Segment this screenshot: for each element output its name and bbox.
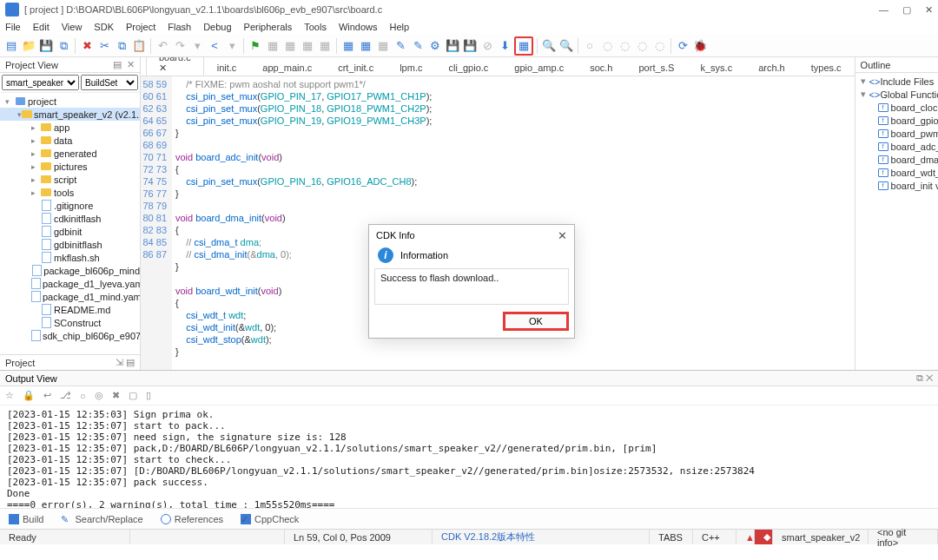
back-icon[interactable]: < <box>207 38 222 54</box>
tree-node[interactable]: gdbinit <box>0 225 140 238</box>
project-tab[interactable]: Project⇲ ▤ <box>0 354 140 370</box>
d5-icon[interactable]: ◌ <box>651 38 667 54</box>
tab-soc-h[interactable]: soc.h <box>577 59 625 76</box>
rebuild-icon[interactable]: ▦ <box>358 38 373 54</box>
save2-icon[interactable]: 💾 <box>445 38 460 54</box>
menu-sdk[interactable]: SDK <box>94 22 114 32</box>
close-file-icon[interactable]: ✖ <box>79 38 95 54</box>
dim-icon[interactable]: ⊘ <box>479 38 495 54</box>
outline-item[interactable]: fboard_pwm_init voi <box>855 127 938 140</box>
b4-icon[interactable]: ▦ <box>317 38 333 54</box>
tab-init-c[interactable]: init.c <box>204 59 250 76</box>
ok-button[interactable]: OK <box>503 312 569 331</box>
tab-port_s-S[interactable]: port_s.S <box>625 59 687 76</box>
b1-icon[interactable]: ▦ <box>265 38 281 54</box>
d3-icon[interactable]: ◌ <box>617 38 632 54</box>
o1-icon[interactable]: ○ <box>80 391 86 401</box>
dl-icon[interactable]: ⬇ <box>497 38 512 54</box>
paste-icon[interactable]: 📋 <box>131 38 147 54</box>
outline-item[interactable]: fboard_gpio_init void <box>855 114 938 127</box>
zoom-out-icon[interactable]: 🔍 <box>558 38 574 54</box>
copy-icon[interactable]: ⧉ <box>114 38 129 54</box>
fwd-icon[interactable]: ▾ <box>224 38 240 54</box>
tree-node[interactable]: mkflash.sh <box>0 251 140 264</box>
tool2-icon[interactable]: ✎ <box>410 38 426 54</box>
tab-app_main-c[interactable]: app_main.c <box>249 59 325 76</box>
build-icon[interactable]: ▦ <box>340 38 356 54</box>
wrap-icon[interactable]: ↩ <box>43 390 51 401</box>
menu-peripherals[interactable]: Peripherals <box>244 22 293 32</box>
undo-icon[interactable]: ↶ <box>155 38 170 54</box>
branch-icon[interactable]: ⎇ <box>60 390 71 401</box>
sq-icon[interactable]: ▢ <box>129 390 137 401</box>
tab-search[interactable]: ✎Search/Replace <box>61 514 142 524</box>
outline-group[interactable]: ▾<> Include Files <box>855 75 938 88</box>
out-pop-icon[interactable]: ⧉ ✕ <box>916 372 933 384</box>
tool1-icon[interactable]: ✎ <box>393 38 408 54</box>
outline-item[interactable]: fboard_init void (voi <box>855 179 938 192</box>
o2-icon[interactable]: ◎ <box>95 390 103 401</box>
save3-icon[interactable]: 💾 <box>462 38 478 54</box>
outline-item[interactable]: fboard_adc_init void <box>855 140 938 153</box>
xx-icon[interactable]: ✖ <box>112 390 120 401</box>
stop-build-icon[interactable]: ▦ <box>375 38 391 54</box>
maximize-icon[interactable]: ▢ <box>902 4 911 16</box>
menu-debug[interactable]: Debug <box>203 22 231 32</box>
zoom-in-icon[interactable]: 🔍 <box>541 38 557 54</box>
config-select[interactable]: smart_speaker <box>2 75 79 90</box>
tree-node[interactable]: ▸generated <box>0 147 140 160</box>
menu-project[interactable]: Project <box>126 22 155 32</box>
tab-build[interactable]: Build <box>9 514 43 524</box>
output-text[interactable]: [2023-01-15 12:35:03] Sign prima ok. [20… <box>0 405 938 508</box>
d4-icon[interactable]: ◌ <box>634 38 650 54</box>
star-icon[interactable]: ☆ <box>5 390 14 401</box>
tab-gpio_amp-c[interactable]: gpio_amp.c <box>501 59 577 76</box>
tab-types-c[interactable]: types.c <box>798 59 855 76</box>
tree-node[interactable]: ▸script <box>0 173 140 186</box>
menu-help[interactable]: Help <box>390 22 410 32</box>
redo-icon[interactable]: ↷ <box>172 38 188 54</box>
cut-icon[interactable]: ✂ <box>96 38 112 54</box>
new-icon[interactable]: ▤ <box>3 38 19 54</box>
tree-node[interactable]: package_d1_mind.yam <box>0 290 140 303</box>
tree-node[interactable]: ▾smart_speaker_v2 (v2.1.1 <box>0 108 140 121</box>
tree-node[interactable]: package_d1_lyeva.yam <box>0 277 140 290</box>
pv-tool-icon[interactable]: ▤ <box>113 59 122 70</box>
tab-arch-h[interactable]: arch.h <box>745 59 798 76</box>
menu-edit[interactable]: Edit <box>33 22 50 32</box>
tab-crt_init-c[interactable]: crt_init.c <box>325 59 386 76</box>
outline-group[interactable]: ▾<> Global Functions and V <box>855 88 938 101</box>
d1-icon[interactable]: ○ <box>582 38 598 54</box>
open-icon[interactable]: 📁 <box>21 38 36 54</box>
menu-windows[interactable]: Windows <box>339 22 378 32</box>
outline-item[interactable]: fboard_clock_config <box>855 101 938 114</box>
refresh-icon[interactable]: ⟳ <box>675 38 690 54</box>
status-project[interactable]: smart_speaker_v2 <box>773 530 869 544</box>
flag-icon[interactable]: ⚑ <box>248 38 263 54</box>
outline-item[interactable]: fboard_dma_init voi <box>855 153 938 166</box>
flash-icon[interactable]: ▦ <box>514 36 533 56</box>
tab-board-c[interactable]: board.c ✕ <box>146 57 204 76</box>
tab-lpm-c[interactable]: lpm.c <box>386 59 435 76</box>
tree-node[interactable]: cdkinitflash <box>0 212 140 225</box>
tree-node[interactable]: package_bl606p_mind <box>0 264 140 277</box>
tab-refs[interactable]: References <box>161 514 223 524</box>
menu-flash[interactable]: Flash <box>168 22 191 32</box>
gear-icon[interactable]: ⚙ <box>427 38 443 54</box>
project-tree[interactable]: ▾project▾smart_speaker_v2 (v2.1.1▸app▸da… <box>0 93 140 354</box>
clr-icon[interactable]: ▯ <box>146 390 151 401</box>
close-icon[interactable]: ✕ <box>925 4 933 16</box>
tree-node[interactable]: ▸tools <box>0 186 140 199</box>
tree-node[interactable]: .gitignore <box>0 199 140 212</box>
pv-close-icon[interactable]: ✕ <box>127 59 135 70</box>
status-warn-icon[interactable]: ▲ <box>737 530 755 544</box>
tree-node[interactable]: ▸data <box>0 134 140 147</box>
menu-view[interactable]: View <box>62 22 83 32</box>
saveall-icon[interactable]: ⧉ <box>56 38 71 54</box>
dd-icon[interactable]: ▾ <box>189 38 205 54</box>
lock-icon[interactable]: 🔒 <box>23 390 35 401</box>
menu-file[interactable]: File <box>5 22 21 32</box>
outline-item[interactable]: fboard_wdt_init void <box>855 166 938 179</box>
tree-node[interactable]: sdk_chip_bl606p_e907 <box>0 329 140 342</box>
tree-node[interactable]: ▸pictures <box>0 160 140 173</box>
